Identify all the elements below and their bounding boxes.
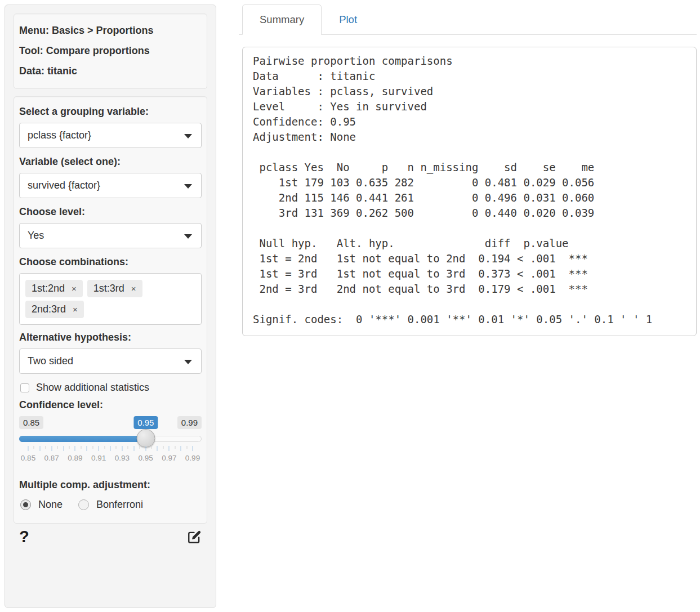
variable-select[interactable]: survived {factor} [19,173,202,198]
combination-tag-label: 1st:3rd [93,283,124,294]
level-select[interactable]: Yes [19,223,202,248]
controls-panel: Select a grouping variable: pclass {fact… [14,96,207,524]
level-label: Choose level: [19,206,202,218]
summary-output-box: Pairwise proportion comparisons Data : t… [242,47,697,336]
tool-name: Tool: Compare proportions [19,41,202,61]
grouping-variable-select[interactable]: pclass {factor} [19,123,202,148]
chevron-down-icon [184,184,192,189]
dataset-name: Data: titanic [19,61,202,82]
slider-grid [28,446,193,452]
remove-tag-icon[interactable]: × [73,305,78,314]
tick-label: 0.97 [162,454,176,462]
variable-value: survived {factor} [28,180,100,191]
chevron-down-icon [184,360,192,364]
adjustment-radio-none[interactable] [20,499,31,510]
confidence-level-label: Confidence level: [19,399,202,411]
combination-tag[interactable]: 2nd:3rd × [25,301,84,318]
tool-info-panel: Menu: Basics > Proportions Tool: Compare… [14,14,207,89]
tab-summary[interactable]: Summary [242,5,322,35]
adjustment-radio-bonferroni-label[interactable]: Bonferroni [96,499,143,511]
tick-label: 0.85 [21,454,35,462]
combination-tag[interactable]: 1st:2nd × [25,280,83,297]
tab-bar: Summary Plot [239,5,697,35]
help-icon[interactable]: ? [19,529,29,545]
sidebar: Menu: Basics > Proportions Tool: Compare… [5,5,216,608]
alternative-hypothesis-value: Two sided [28,355,73,367]
tick-label: 0.93 [115,454,130,462]
slider-min-badge: 0.85 [19,416,43,429]
adjustment-label: Multiple comp. adjustment: [19,479,202,491]
show-additional-statistics-checkbox[interactable] [20,383,29,392]
adjustment-radio-bonferroni[interactable] [78,499,89,510]
adjustment-radio-none-label[interactable]: None [38,499,63,511]
tab-plot[interactable]: Plot [322,5,374,35]
main-panel: Summary Plot Pairwise proportion compari… [239,5,697,336]
slider-max-badge: 0.99 [177,416,202,429]
grouping-variable-label: Select a grouping variable: [19,106,202,118]
level-value: Yes [28,230,44,242]
alternative-hypothesis-select[interactable]: Two sided [19,349,202,374]
show-additional-statistics-label: Show additional statistics [36,382,149,394]
tick-label: 0.89 [68,454,82,462]
grouping-variable-value: pclass {factor} [28,129,91,141]
tick-label: 0.87 [44,454,59,462]
combinations-label: Choose combinations: [19,256,202,268]
menu-breadcrumb: Menu: Basics > Proportions [19,21,202,41]
combination-tag-label: 2nd:3rd [32,303,66,315]
slider-tick-labels: 0.85 0.87 0.89 0.91 0.93 0.95 0.97 0.99 [28,454,193,463]
edit-report-icon[interactable] [187,530,202,544]
tick-label: 0.91 [91,454,106,462]
tick-label: 0.95 [138,454,153,462]
chevron-down-icon [184,234,192,239]
tick-label: 0.99 [185,454,200,462]
combination-tag-label: 1st:2nd [32,283,65,294]
alternative-hypothesis-label: Alternative hypothesis: [19,332,202,343]
summary-output-text: Pairwise proportion comparisons Data : t… [253,53,686,327]
confidence-level-slider[interactable]: 0.85 0.95 0.99 0.85 0.87 0.89 0.91 0.93 … [19,416,202,468]
remove-tag-icon[interactable]: × [72,284,77,293]
slider-filled-bar [19,436,146,442]
variable-label: Variable (select one): [19,156,202,168]
remove-tag-icon[interactable]: × [131,284,136,293]
combination-tag[interactable]: 1st:3rd × [87,280,142,297]
combinations-input[interactable]: 1st:2nd × 1st:3rd × 2nd:3rd × [19,273,202,325]
slider-handle[interactable] [136,429,155,448]
slider-value-badge: 0.95 [133,416,158,429]
chevron-down-icon [184,134,192,139]
